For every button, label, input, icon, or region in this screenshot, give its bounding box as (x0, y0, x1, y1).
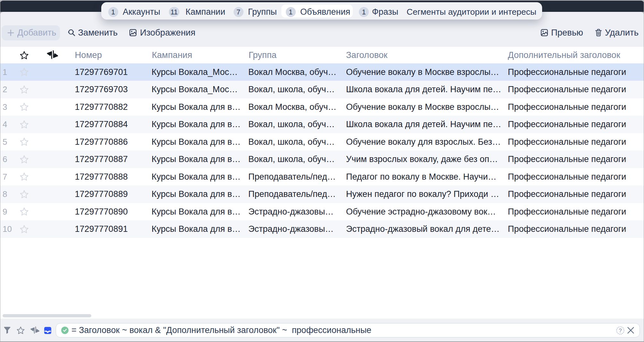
svg-text:?: ? (619, 328, 622, 334)
